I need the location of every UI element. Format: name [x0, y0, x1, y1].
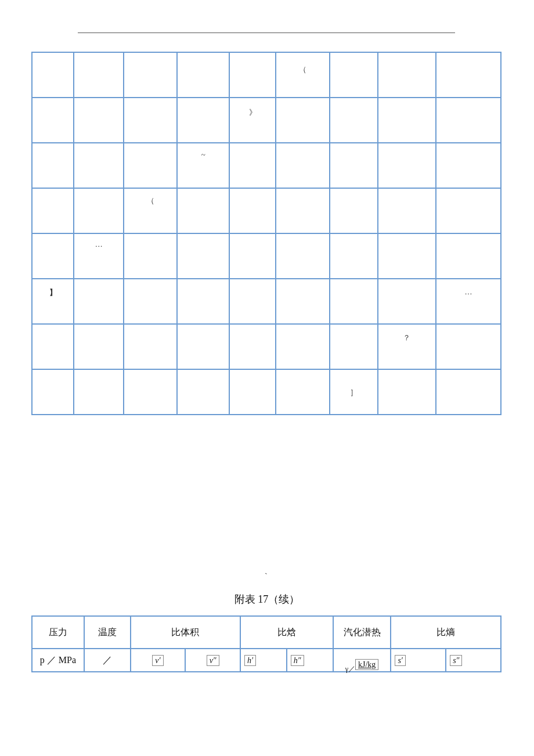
- cell: [32, 52, 74, 98]
- symbol-h-prime: h′: [244, 655, 256, 666]
- table-header-row: 压力 温度 比体积 比焓 汽化潜热 比熵: [32, 616, 501, 649]
- sub-h1: h′: [240, 649, 287, 672]
- symbol-v-prime: ν′: [152, 655, 163, 666]
- cell: [177, 279, 229, 324]
- header-text: 比熵: [436, 627, 455, 637]
- cell: [177, 324, 229, 369]
- cell: [276, 188, 329, 233]
- sub-s1: s′: [391, 649, 446, 672]
- cell: [124, 98, 177, 143]
- col-latent: 汽化潜热: [333, 616, 391, 649]
- cell: ？: [378, 324, 436, 369]
- cell: [276, 324, 329, 369]
- data-table-2: 压力 温度 比体积 比焓 汽化潜热 比熵 p ／ MPa ／ ν′ ν″ h′ …: [31, 615, 501, 672]
- cell: [436, 233, 501, 279]
- table-row: 】 …: [32, 279, 501, 324]
- cell: [124, 143, 177, 188]
- cell: …: [74, 233, 124, 279]
- symbol-s-doubleprime: s″: [450, 655, 462, 666]
- cell: [229, 233, 276, 279]
- table-row: ？: [32, 324, 501, 369]
- cell: [330, 98, 378, 143]
- header-text: 比体积: [171, 627, 199, 637]
- cell: [177, 233, 229, 279]
- cell: [276, 98, 329, 143]
- cell: [32, 98, 74, 143]
- cell: [229, 324, 276, 369]
- cell: [177, 52, 229, 98]
- symbol-s-prime: s′: [395, 655, 406, 666]
- data-table-1: （ 》 ~: [31, 52, 501, 415]
- cell: [436, 188, 501, 233]
- col-specvol: 比体积: [131, 616, 240, 649]
- cell: [378, 188, 436, 233]
- table-row: 》: [32, 98, 501, 143]
- cell-text: （: [299, 65, 306, 74]
- cell-text: ？: [403, 333, 410, 342]
- cell: [229, 279, 276, 324]
- cell: [436, 324, 501, 369]
- cell: （: [124, 188, 177, 233]
- cell: [330, 143, 378, 188]
- table-row: （: [32, 52, 501, 98]
- cell-text: ~: [201, 150, 205, 159]
- cell: [378, 143, 436, 188]
- gamma-prefix: γ／: [345, 664, 355, 674]
- cell-text: （: [147, 196, 154, 205]
- cell: [32, 188, 74, 233]
- cell: ~: [177, 143, 229, 188]
- cell: [276, 369, 329, 415]
- cell: [330, 233, 378, 279]
- cell-text: ］: [350, 388, 358, 397]
- cell: （: [276, 52, 329, 98]
- cell: [124, 233, 177, 279]
- sub-text: ／: [103, 655, 112, 665]
- cell: [74, 324, 124, 369]
- header-text: 汽化潜热: [344, 627, 381, 637]
- cell: [276, 233, 329, 279]
- horizontal-rule-top: [78, 33, 455, 33]
- cell-text: 》: [249, 108, 257, 117]
- cell: [124, 52, 177, 98]
- cell: [32, 324, 74, 369]
- cell: [229, 369, 276, 415]
- cell: ］: [330, 369, 378, 415]
- table-caption: 附表 17（续）: [0, 592, 534, 606]
- cell: [436, 143, 501, 188]
- sub-s2: s″: [446, 649, 501, 672]
- cell: [74, 143, 124, 188]
- cell: [74, 52, 124, 98]
- cell: [229, 143, 276, 188]
- table-subheader-row: p ／ MPa ／ ν′ ν″ h′ h″ γ／kJ/kg s′ s″: [32, 649, 501, 672]
- sub-text: p ／ MPa: [40, 655, 76, 665]
- col-temperature: 温度: [84, 616, 131, 649]
- cell: [378, 279, 436, 324]
- cell: [276, 279, 329, 324]
- col-entropy: 比熵: [391, 616, 501, 649]
- cell: [74, 369, 124, 415]
- cell: [32, 369, 74, 415]
- cell: [229, 188, 276, 233]
- cell: [124, 279, 177, 324]
- cell: [177, 369, 229, 415]
- header-text: 温度: [98, 627, 117, 637]
- cell: [378, 98, 436, 143]
- cell: [436, 369, 501, 415]
- cell: [378, 52, 436, 98]
- symbol-h-doubleprime: h″: [291, 655, 304, 666]
- sub-temperature: ／: [84, 649, 131, 672]
- cell: [378, 369, 436, 415]
- backtick-char: `: [265, 572, 268, 581]
- col-pressure: 压力: [32, 616, 84, 649]
- table-row: ］: [32, 369, 501, 415]
- cell: [229, 52, 276, 98]
- cell: [74, 188, 124, 233]
- cell: [32, 143, 74, 188]
- cell: [330, 52, 378, 98]
- sub-h2: h″: [287, 649, 333, 672]
- cell: [330, 324, 378, 369]
- table-row: ~: [32, 143, 501, 188]
- table-row: …: [32, 233, 501, 279]
- cell-text: 】: [49, 288, 57, 297]
- table-row: （: [32, 188, 501, 233]
